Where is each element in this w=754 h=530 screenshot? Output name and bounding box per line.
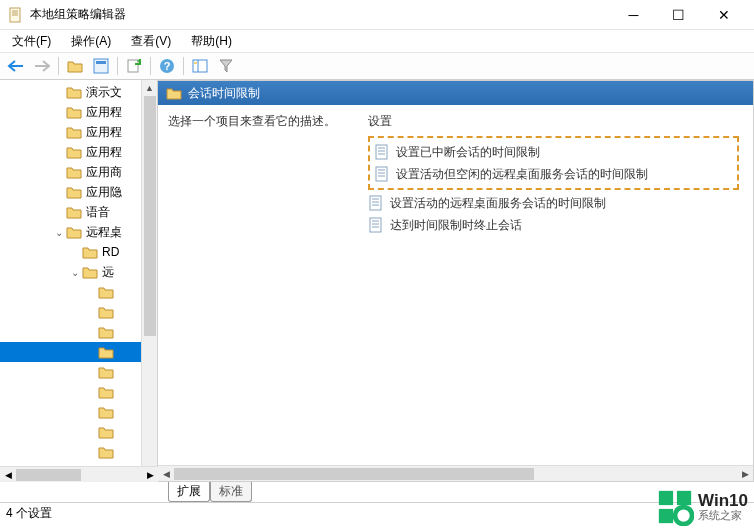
- description-text: 选择一个项目来查看它的描述。: [168, 114, 336, 128]
- highlight-box: 设置已中断会话的时间限制设置活动但空闲的远程桌面服务会话的时间限制: [368, 136, 739, 190]
- setting-item[interactable]: 达到时间限制时终止会话: [368, 214, 739, 236]
- svg-rect-28: [659, 491, 673, 505]
- tree-item[interactable]: [0, 322, 141, 342]
- svg-point-31: [675, 507, 692, 524]
- content-header: 会话时间限制: [158, 81, 753, 105]
- svg-rect-20: [370, 196, 381, 210]
- tree-item[interactable]: [0, 442, 141, 462]
- minimize-button[interactable]: ─: [611, 0, 656, 30]
- tree-item-label: 远程桌: [86, 224, 122, 241]
- tree-item[interactable]: ⌄远: [0, 262, 141, 282]
- content-scrollbar-horizontal[interactable]: ◀ ▶: [158, 465, 753, 481]
- tree-item[interactable]: [0, 342, 141, 362]
- scroll-up-button[interactable]: ▲: [142, 80, 157, 96]
- scroll-right-button[interactable]: ▶: [142, 467, 158, 482]
- tree-item[interactable]: 应用程: [0, 102, 141, 122]
- tree-item-label: 语音: [86, 204, 110, 221]
- tree-scrollbar-vertical[interactable]: ▲ ▼: [141, 80, 157, 482]
- tree-item[interactable]: 语音: [0, 202, 141, 222]
- toolbar-folder-button[interactable]: [63, 54, 87, 78]
- tree-item-label: 演示文: [86, 84, 122, 101]
- folder-icon: [66, 205, 82, 219]
- tree-item[interactable]: [0, 422, 141, 442]
- tree-item[interactable]: [0, 402, 141, 422]
- folder-icon: [98, 285, 114, 299]
- svg-rect-11: [194, 62, 197, 64]
- tab-extended[interactable]: 扩展: [168, 482, 210, 502]
- list-column: 设置 设置已中断会话的时间限制设置活动但空闲的远程桌面服务会话的时间限制设置活动…: [368, 113, 753, 465]
- tree-item[interactable]: 应用程: [0, 122, 141, 142]
- scroll-thumb[interactable]: [144, 96, 156, 336]
- folder-icon: [66, 225, 82, 239]
- tree-panel: 演示文应用程应用程应用程应用商应用隐语音⌄远程桌RD⌄远 ▲ ▼: [0, 80, 158, 482]
- tree-item[interactable]: RD: [0, 242, 141, 262]
- tree-item[interactable]: 应用程: [0, 142, 141, 162]
- tree-item[interactable]: 应用隐: [0, 182, 141, 202]
- scroll-left-button[interactable]: ◀: [158, 466, 174, 481]
- tree-expander-icon[interactable]: ⌄: [68, 267, 82, 278]
- tree-item[interactable]: 演示文: [0, 82, 141, 102]
- titlebar: 本地组策略编辑器 ─ ☐ ✕: [0, 0, 754, 30]
- folder-icon: [66, 105, 82, 119]
- svg-rect-5: [96, 61, 106, 64]
- menu-view[interactable]: 查看(V): [125, 31, 177, 52]
- setting-item[interactable]: 设置活动但空闲的远程桌面服务会话的时间限制: [374, 163, 733, 185]
- folder-icon: [98, 445, 114, 459]
- menu-help[interactable]: 帮助(H): [185, 31, 238, 52]
- content-body: 选择一个项目来查看它的描述。 设置 设置已中断会话的时间限制设置活动但空闲的远程…: [158, 105, 753, 465]
- folder-icon: [98, 385, 114, 399]
- setting-label: 设置已中断会话的时间限制: [396, 144, 540, 161]
- setting-item[interactable]: 设置已中断会话的时间限制: [374, 141, 733, 163]
- tree-item[interactable]: [0, 302, 141, 322]
- description-column: 选择一个项目来查看它的描述。: [158, 113, 368, 465]
- setting-label: 达到时间限制时终止会话: [390, 217, 522, 234]
- tree-scrollbar-horizontal[interactable]: ◀ ▶: [0, 466, 158, 482]
- toolbar-view-button[interactable]: [188, 54, 212, 78]
- folder-icon: [82, 265, 98, 279]
- setting-label: 设置活动但空闲的远程桌面服务会话的时间限制: [396, 166, 648, 183]
- folder-icon: [98, 425, 114, 439]
- tree-item-label: RD: [102, 245, 119, 259]
- nav-forward-button[interactable]: [30, 54, 54, 78]
- toolbar: ?: [0, 52, 754, 80]
- scroll-right-button[interactable]: ▶: [737, 466, 753, 481]
- scroll-thumb[interactable]: [174, 468, 534, 480]
- content-panel: 会话时间限制 选择一个项目来查看它的描述。 设置 设置已中断会话的时间限制设置活…: [158, 80, 754, 482]
- folder-icon: [66, 165, 82, 179]
- tree-item[interactable]: [0, 362, 141, 382]
- menu-file[interactable]: 文件(F): [6, 31, 57, 52]
- menubar: 文件(F) 操作(A) 查看(V) 帮助(H): [0, 30, 754, 52]
- svg-rect-6: [128, 60, 138, 72]
- svg-rect-16: [376, 167, 387, 181]
- scroll-thumb[interactable]: [16, 469, 81, 481]
- toolbar-export-button[interactable]: [122, 54, 146, 78]
- tree-item[interactable]: [0, 282, 141, 302]
- menu-action[interactable]: 操作(A): [65, 31, 117, 52]
- tab-standard[interactable]: 标准: [210, 482, 252, 502]
- maximize-button[interactable]: ☐: [656, 0, 701, 30]
- toolbar-filter-button[interactable]: [214, 54, 238, 78]
- folder-icon: [166, 86, 182, 100]
- tree-item[interactable]: 应用商: [0, 162, 141, 182]
- tree-item[interactable]: [0, 382, 141, 402]
- content-title: 会话时间限制: [188, 85, 260, 102]
- nav-back-button[interactable]: [4, 54, 28, 78]
- svg-rect-12: [376, 145, 387, 159]
- close-button[interactable]: ✕: [701, 0, 746, 30]
- folder-icon: [82, 245, 98, 259]
- tree-item[interactable]: ⌄远程桌: [0, 222, 141, 242]
- watermark-subtitle: 系统之家: [698, 509, 748, 522]
- folder-icon: [98, 405, 114, 419]
- svg-text:?: ?: [164, 60, 171, 72]
- setting-icon: [368, 217, 384, 233]
- column-header-settings[interactable]: 设置: [368, 113, 739, 134]
- folder-icon: [66, 145, 82, 159]
- toolbar-help-button[interactable]: ?: [155, 54, 179, 78]
- scroll-left-button[interactable]: ◀: [0, 467, 16, 482]
- folder-icon: [66, 85, 82, 99]
- tree-expander-icon[interactable]: ⌄: [52, 227, 66, 238]
- tree-item-label: 应用隐: [86, 184, 122, 201]
- folder-icon: [66, 185, 82, 199]
- toolbar-properties-button[interactable]: [89, 54, 113, 78]
- setting-item[interactable]: 设置活动的远程桌面服务会话的时间限制: [368, 192, 739, 214]
